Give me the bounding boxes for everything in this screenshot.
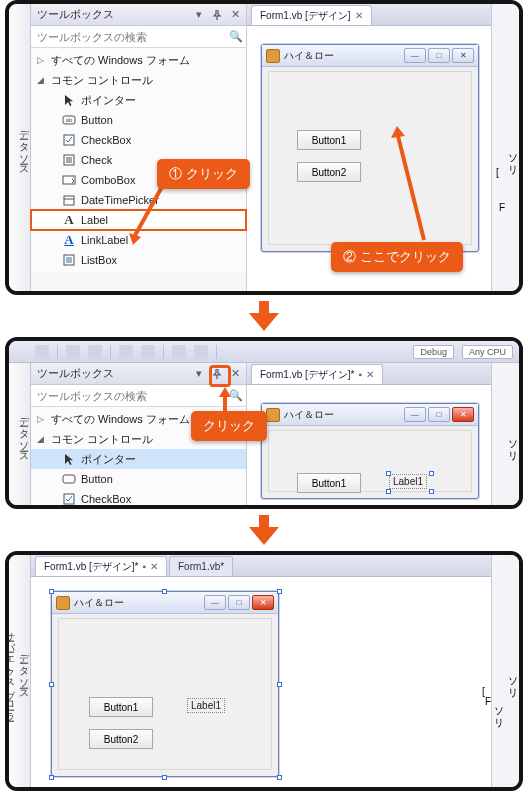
right-br: [: [482, 686, 485, 697]
maximize-button[interactable]: □: [428, 48, 450, 63]
form-button2[interactable]: Button2: [89, 729, 153, 749]
tree-group-allforms[interactable]: ▷ すべての Windows フォーム: [31, 50, 246, 70]
pin-highlight: [209, 365, 231, 387]
tab-design[interactable]: Form1.vb [デザイン]* ▪ ✕: [35, 556, 167, 576]
callout-arrow-2: [389, 124, 439, 244]
toolbox-search-row: 🔍: [31, 26, 246, 48]
form-title: ハイ＆ロー: [284, 49, 334, 63]
tab-design[interactable]: Form1.vb [デザイン] ✕: [251, 5, 372, 25]
callout-arrow-3: [217, 387, 233, 413]
tab-close-icon[interactable]: ✕: [366, 369, 374, 380]
minimize-button[interactable]: —: [404, 407, 426, 422]
form-button1[interactable]: Button1: [297, 130, 361, 150]
toolbar-icon[interactable]: [141, 345, 155, 359]
tree-item-checkbox[interactable]: CheckBox: [31, 489, 246, 509]
design-surface[interactable]: ハイ＆ロー — □ ✕ Button1 Button2 Label1: [31, 577, 491, 787]
design-surface[interactable]: ハイ＆ロー — □ ✕ Button1 Label1: [247, 385, 491, 505]
toolbar-icon[interactable]: [172, 345, 186, 359]
toolbox-search-input[interactable]: [31, 390, 226, 402]
config-dropdown[interactable]: Debug: [413, 345, 454, 359]
form-button2[interactable]: Button2: [297, 162, 361, 182]
toolbox-search-row: 🔍: [31, 385, 246, 407]
tab-design[interactable]: Form1.vb [デザイン]* ▪ ✕: [251, 364, 383, 384]
toolbar-icon[interactable]: [88, 345, 102, 359]
minimize-button[interactable]: —: [204, 595, 226, 610]
form-label1[interactable]: Label1: [389, 474, 427, 489]
toolbar-icon[interactable]: [35, 345, 49, 359]
checkbox-icon: [61, 132, 77, 148]
svg-rect-5: [64, 196, 74, 205]
tab-close-icon[interactable]: ✕: [150, 561, 158, 572]
flow-arrow-2: [0, 513, 528, 551]
tree-item-button[interactable]: ab Button: [31, 110, 246, 130]
tree-item-button[interactable]: Button: [31, 469, 246, 489]
designer-panel: Form1.vb [デザイン]* ▪ ✕ Form1.vb* ハイ＆ロー: [31, 555, 491, 787]
cursor-icon: [61, 92, 77, 108]
form-window[interactable]: ハイ＆ロー — □ ✕ Button1 Label1: [261, 403, 479, 499]
minimize-button[interactable]: —: [404, 48, 426, 63]
form-window[interactable]: ハイ＆ロー — □ ✕ Button1 Button2 Label1: [51, 591, 279, 777]
toolbox-title: ツールボックス: [37, 7, 114, 22]
collapse-icon: ▷: [37, 414, 47, 424]
right-tab-solution[interactable]: ソリ: [505, 670, 519, 692]
right-f: F: [485, 696, 491, 707]
tab-pin-icon[interactable]: ▪: [142, 561, 146, 572]
close-icon[interactable]: ✕: [228, 8, 242, 22]
tab-pin-icon[interactable]: ▪: [358, 369, 362, 380]
tree-item-listbox[interactable]: ListBox: [31, 250, 246, 270]
maximize-button[interactable]: □: [228, 595, 250, 610]
tree-item-pointer[interactable]: ポインター: [31, 90, 246, 110]
toolbox-title: ツールボックス: [37, 366, 114, 381]
maximize-button[interactable]: □: [428, 407, 450, 422]
search-icon[interactable]: 🔍: [226, 30, 246, 43]
datetime-icon: [61, 192, 77, 208]
form-button1[interactable]: Button1: [297, 473, 361, 493]
right-edge-panel: ソリ F [: [491, 4, 519, 291]
sidetab-datasource[interactable]: データ ソース: [16, 647, 30, 694]
main-toolbar: Debug Any CPU: [9, 341, 519, 363]
right-tab-solution[interactable]: ソリ: [505, 433, 519, 455]
tree-item-checkbox[interactable]: CheckBox: [31, 130, 246, 150]
tree-item-pointer[interactable]: ポインター: [31, 449, 246, 469]
flow-arrow-1: [0, 299, 528, 337]
sidetab-left: データ ソース: [9, 4, 31, 291]
listbox-icon: [61, 252, 77, 268]
collapse-icon: ▷: [37, 55, 47, 65]
right-tab-solution2[interactable]: ソリ: [491, 700, 505, 722]
callout-click1: ① クリック: [157, 159, 250, 189]
form-icon: [266, 49, 280, 63]
form-titlebar: ハイ＆ロー — □ ✕: [262, 404, 478, 426]
platform-dropdown[interactable]: Any CPU: [462, 345, 513, 359]
pin-icon[interactable]: [210, 8, 224, 22]
callout-arrow-1: [127, 181, 167, 251]
close-button[interactable]: ✕: [452, 48, 474, 63]
tree-group-common[interactable]: ◢ コモン コントロール: [31, 70, 246, 90]
right-edge-panel: ソリ ソリ F [: [491, 555, 519, 787]
sidetab-datasource[interactable]: データ ソース: [16, 410, 30, 457]
label-icon: A: [61, 212, 77, 228]
toolbar-icon[interactable]: [194, 345, 208, 359]
form-button1[interactable]: Button1: [89, 697, 153, 717]
form-body[interactable]: Button1 Button2: [268, 71, 472, 245]
toolbar-icon[interactable]: [66, 345, 80, 359]
tab-code[interactable]: Form1.vb*: [169, 556, 233, 576]
right-tab-solution[interactable]: ソリ: [505, 147, 519, 169]
form-body[interactable]: Button1 Label1: [268, 430, 472, 492]
form-body[interactable]: Button1 Button2 Label1: [58, 618, 272, 770]
form-window[interactable]: ハイ＆ロー — □ ✕ Button1 Button2: [261, 44, 479, 252]
sidetab-left: データ ソース サーバー エクスプローラー ツール: [9, 555, 31, 787]
close-button[interactable]: ✕: [252, 595, 274, 610]
button-icon: [61, 471, 77, 487]
toolbar-icon[interactable]: [119, 345, 133, 359]
linklabel-icon: A: [61, 232, 77, 248]
dropdown-icon[interactable]: ▾: [192, 8, 206, 22]
callout-click2: ② ここでクリック: [331, 242, 463, 272]
dropdown-icon[interactable]: ▾: [192, 367, 206, 381]
sidetab-server-explorer[interactable]: サーバー エクスプローラー: [5, 625, 16, 716]
form-label1[interactable]: Label1: [187, 698, 225, 713]
tab-close-icon[interactable]: ✕: [355, 10, 363, 21]
toolbox-search-input[interactable]: [31, 31, 226, 43]
sidetab-datasource[interactable]: データ ソース: [16, 123, 30, 170]
close-button[interactable]: ✕: [452, 407, 474, 422]
cursor-icon: [61, 451, 77, 467]
